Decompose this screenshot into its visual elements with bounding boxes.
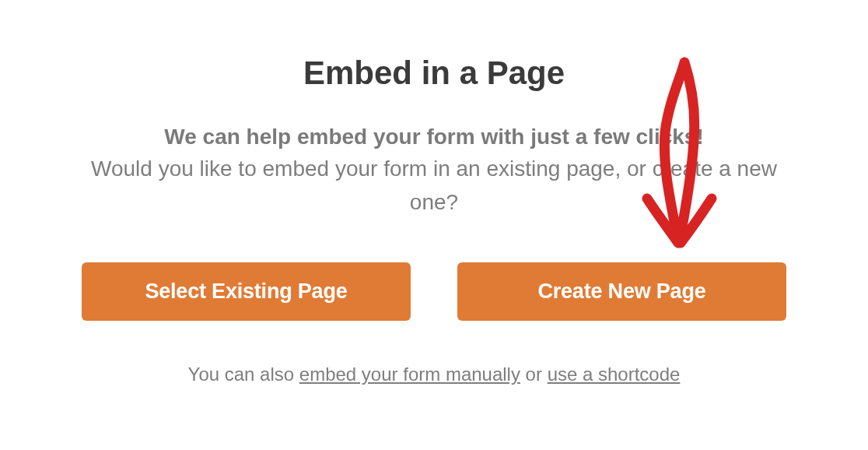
footer-prefix: You can also bbox=[188, 364, 299, 385]
use-shortcode-link[interactable]: use a shortcode bbox=[548, 364, 681, 385]
select-existing-page-button[interactable]: Select Existing Page bbox=[82, 262, 411, 321]
modal-title: Embed in a Page bbox=[82, 54, 786, 92]
modal-lead-text: We can help embed your form with just a … bbox=[82, 123, 786, 150]
embed-manually-link[interactable]: embed your form manually bbox=[299, 364, 520, 385]
footer-middle: or bbox=[520, 364, 548, 385]
button-row: Select Existing Page Create New Page bbox=[82, 262, 786, 321]
embed-modal: Embed in a Page We can help embed your f… bbox=[0, 0, 868, 417]
create-new-page-button[interactable]: Create New Page bbox=[457, 262, 786, 321]
modal-footer-text: You can also embed your form manually or… bbox=[82, 364, 786, 385]
modal-sub-text: Would you like to embed your form in an … bbox=[82, 152, 786, 220]
